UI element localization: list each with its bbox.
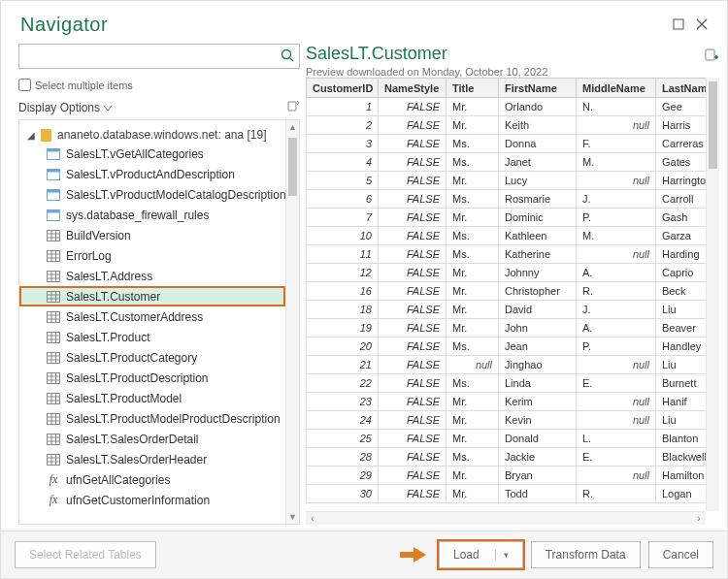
cell: Mr.	[447, 116, 499, 135]
column-header[interactable]: FirstName	[499, 79, 577, 98]
table-row[interactable]: 12FALSEMr.JohnnyA.Caprio	[307, 264, 707, 282]
tree-item[interactable]: BuildVersion	[19, 225, 285, 245]
table-row[interactable]: 22FALSEMs.LindaE.Burnett	[307, 374, 707, 393]
function-icon: fx	[47, 493, 60, 507]
column-header[interactable]: Title	[447, 79, 499, 98]
scroll-thumb[interactable]	[288, 138, 297, 196]
close-icon[interactable]	[690, 13, 713, 36]
search-icon[interactable]	[276, 48, 299, 65]
load-button[interactable]: Load ▾	[439, 541, 523, 568]
table-row[interactable]: 2FALSEMr.KeithnullHarris	[307, 116, 707, 135]
column-header[interactable]: CustomerID	[307, 79, 379, 98]
tree-item[interactable]: SalesLT.ProductModelProductDescription	[19, 408, 285, 429]
tree-item[interactable]: SalesLT.vProductModelCatalogDescription	[19, 184, 285, 205]
table-row[interactable]: 4FALSEMs.JanetM.Gates	[307, 153, 707, 172]
scroll-down-icon[interactable]: ▼	[286, 510, 299, 524]
collapse-icon[interactable]: ◢	[27, 130, 35, 141]
tree-item[interactable]: SalesLT.SalesOrderHeader	[19, 449, 285, 469]
select-related-tables-button[interactable]: Select Related Tables	[15, 541, 156, 568]
cell: Mr.	[447, 319, 499, 338]
scroll-right-icon[interactable]: ›	[692, 512, 706, 525]
cell: J.	[577, 301, 656, 319]
tree-item[interactable]: SalesLT.Product	[19, 327, 285, 347]
preview-subtitle: Preview downloaded on Monday, October 10…	[306, 66, 704, 78]
tree-item-label: ufnGetAllCategories	[66, 473, 170, 487]
column-header[interactable]: LastName	[656, 79, 707, 98]
search-input[interactable]	[19, 45, 276, 68]
table-row[interactable]: 7FALSEMr.DominicP.Gash	[307, 209, 707, 227]
cell: M.	[577, 153, 656, 172]
cell: Jean	[499, 338, 577, 356]
table-row[interactable]: 21FALSEnullJinghaonullLiu	[307, 356, 707, 374]
table-row[interactable]: 3FALSEMs.DonnaF.Carreras	[307, 135, 707, 153]
cell: Katherine	[499, 245, 577, 264]
cell: Linda	[499, 374, 577, 393]
table-row[interactable]: 10FALSEMs.KathleenM.Garza	[307, 227, 707, 245]
table-row[interactable]: 23FALSEMr.KerimnullHanif	[307, 393, 707, 411]
refresh-icon[interactable]	[286, 99, 300, 115]
transform-data-button[interactable]: Transform Data	[531, 541, 641, 568]
cell: Jackie	[499, 448, 577, 466]
column-header[interactable]: NameStyle	[379, 79, 447, 98]
table-row[interactable]: 24FALSEMr.KevinnullLiu	[307, 411, 707, 430]
scroll-left-icon[interactable]: ‹	[306, 512, 319, 525]
tree-item[interactable]: SalesLT.vGetAllCategories	[19, 144, 285, 164]
tree-item[interactable]: ErrorLog	[19, 245, 285, 266]
tree-item[interactable]: SalesLT.ProductDescription	[19, 368, 285, 388]
table-row[interactable]: 16FALSEMr.ChristopherR.Beck	[307, 282, 707, 301]
view-icon	[47, 209, 60, 221]
preview-grid-area: CustomerIDNameStyleTitleFirstNameMiddleN…	[306, 78, 719, 525]
table-row[interactable]: 1FALSEMr.OrlandoN.Gee	[307, 98, 707, 116]
cell: 21	[307, 356, 379, 374]
display-options-label: Display Options	[18, 101, 100, 114]
tree-item[interactable]: SalesLT.SalesOrderDetail	[19, 429, 285, 449]
tree-scroll-area[interactable]: ◢ ananeto.database.windows.net: ana [19]…	[19, 120, 285, 524]
cell: Mr.	[447, 172, 499, 190]
grid-horizontal-scrollbar[interactable]: ‹ ›	[306, 511, 706, 525]
tree-item[interactable]: sys.database_firewall_rules	[19, 205, 285, 225]
tree-item[interactable]: SalesLT.Customer	[19, 286, 285, 306]
table-row[interactable]: 30FALSEMr.ToddR.Logan	[307, 485, 707, 503]
tree-item[interactable]: SalesLT.ProductCategory	[19, 347, 285, 368]
table-row[interactable]: 20FALSEMs.JeanP.Handley	[307, 338, 707, 356]
tree-item[interactable]: SalesLT.ProductModel	[19, 388, 285, 408]
cell: 6	[307, 190, 379, 209]
preview-select-icon[interactable]	[704, 44, 719, 66]
column-header[interactable]: MiddleName	[577, 79, 656, 98]
cell: 4	[307, 153, 379, 172]
cell: Johnny	[499, 264, 577, 282]
table-row[interactable]: 5FALSEMr.LucynullHarringto	[307, 172, 707, 190]
table-row[interactable]: 18FALSEMr.DavidJ.Liu	[307, 301, 707, 319]
table-row[interactable]: 19FALSEMr.JohnA.Beaver	[307, 319, 707, 338]
cell: Keith	[499, 116, 577, 135]
grid-vscroll-thumb[interactable]	[709, 81, 717, 169]
tree-item[interactable]: SalesLT.CustomerAddress	[19, 306, 285, 327]
load-dropdown-icon[interactable]: ▾	[495, 550, 509, 560]
cell: Ms.	[447, 245, 499, 264]
display-options-dropdown[interactable]: Display Options	[18, 99, 300, 115]
scroll-up-icon[interactable]: ▲	[286, 120, 299, 134]
cell: Mr.	[447, 301, 499, 319]
tree-item[interactable]: SalesLT.Address	[19, 266, 285, 286]
select-multiple-checkbox[interactable]: Select multiple items	[18, 79, 300, 91]
cell: Handley	[656, 338, 707, 356]
table-row[interactable]: 29FALSEMr.BryannullHamilton	[307, 466, 707, 485]
table-row[interactable]: 25FALSEMr.DonaldL.Blanton	[307, 430, 707, 448]
minimize-icon[interactable]	[667, 13, 690, 36]
search-input-wrap	[18, 44, 300, 69]
tree-item[interactable]: fxufnGetAllCategories	[19, 469, 285, 490]
table-row[interactable]: 6FALSEMs.RosmarieJ.Carroll	[307, 190, 707, 209]
cancel-button[interactable]: Cancel	[648, 541, 713, 568]
cell: Mr.	[447, 485, 499, 503]
grid-vertical-scrollbar[interactable]	[706, 78, 719, 511]
cell: 22	[307, 374, 379, 393]
tree-item[interactable]: fxufnGetCustomerInformation	[19, 490, 285, 510]
tree-item[interactable]: SalesLT.vProductAndDescription	[19, 164, 285, 184]
select-multiple-input[interactable]	[18, 79, 31, 91]
table-row[interactable]: 11FALSEMs.KatherinenullHarding	[307, 245, 707, 264]
table-row[interactable]: 28FALSEMs.JackieE.Blackwell	[307, 448, 707, 466]
cell: 24	[307, 411, 379, 430]
tree-scrollbar[interactable]: ▲ ▼	[285, 120, 299, 524]
tree-root[interactable]: ◢ ananeto.database.windows.net: ana [19]	[19, 124, 285, 144]
cell: Caprio	[656, 264, 707, 282]
